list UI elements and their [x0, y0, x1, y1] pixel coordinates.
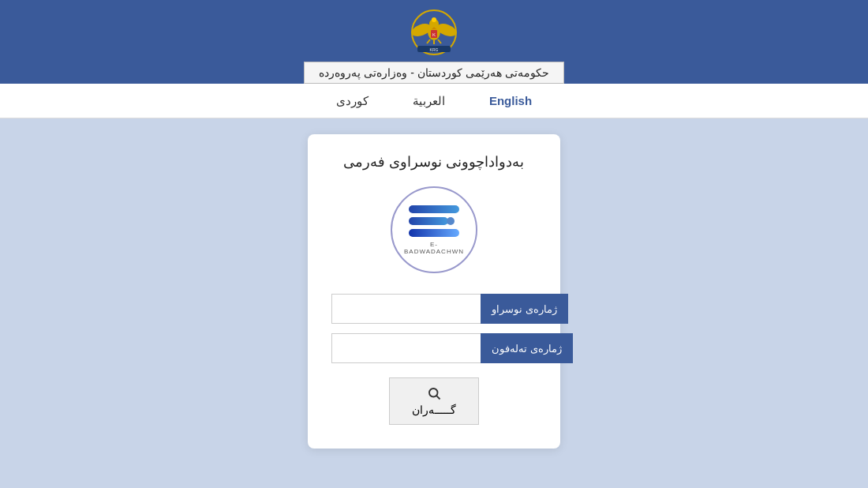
nav-item-arabic[interactable]: العربية [406, 91, 451, 111]
e-bar-2 [409, 217, 448, 225]
card-title: بەدواداچوونی نوسراوی فەرمی [343, 153, 524, 171]
e-logo-text: E-BADWADACHWN [400, 241, 468, 255]
logo-container: K KRG [410, 8, 458, 57]
search-icon [427, 386, 441, 400]
svg-text:K: K [432, 32, 436, 37]
login-card: بەدواداچوونی نوسراوی فەرمی E-BADWADACHWN… [308, 134, 560, 449]
registration-number-input[interactable] [331, 294, 481, 324]
svg-text:KRG: KRG [430, 47, 439, 52]
svg-point-14 [429, 389, 438, 397]
phone-number-group: ژمارەی تەلەفون [331, 333, 537, 363]
logo-circle: E-BADWADACHWN [391, 186, 477, 273]
phone-number-input[interactable] [331, 333, 481, 363]
e-bar-1 [409, 205, 459, 213]
header-title-text: حکومەتی هەرێمی کوردستان - وەزارەتی پەروە… [319, 66, 548, 79]
content-area: بەدواداچوونی نوسراوی فەرمی E-BADWADACHWN… [0, 118, 868, 488]
header-title-badge: حکومەتی هەرێمی کوردستان - وەزارەتی پەروە… [304, 62, 563, 84]
nav-item-kurdish[interactable]: کوردی [330, 91, 375, 111]
registration-number-label-btn: ژمارەی نوسراو [481, 294, 568, 324]
top-section: K KRG حکومەتی هەرێمی کوردستان - وەزارەتی… [0, 0, 868, 84]
page-wrapper: K KRG حکومەتی هەرێمی کوردستان - وەزارەتی… [0, 0, 868, 488]
e-logo-bars [409, 205, 459, 237]
search-button-label: گـــــەران [412, 404, 456, 416]
svg-line-15 [436, 396, 440, 399]
nav-bar: کوردی العربية English [0, 84, 868, 118]
nav-item-english[interactable]: English [483, 91, 538, 111]
eagle-icon: K KRG [410, 8, 458, 57]
phone-number-label-btn: ژمارەی تەلەفون [481, 333, 573, 363]
e-bar-3 [409, 229, 459, 237]
registration-number-group: ژمارەی نوسراو [331, 294, 537, 324]
search-button[interactable]: گـــــەران [389, 377, 479, 425]
svg-point-6 [432, 17, 436, 22]
